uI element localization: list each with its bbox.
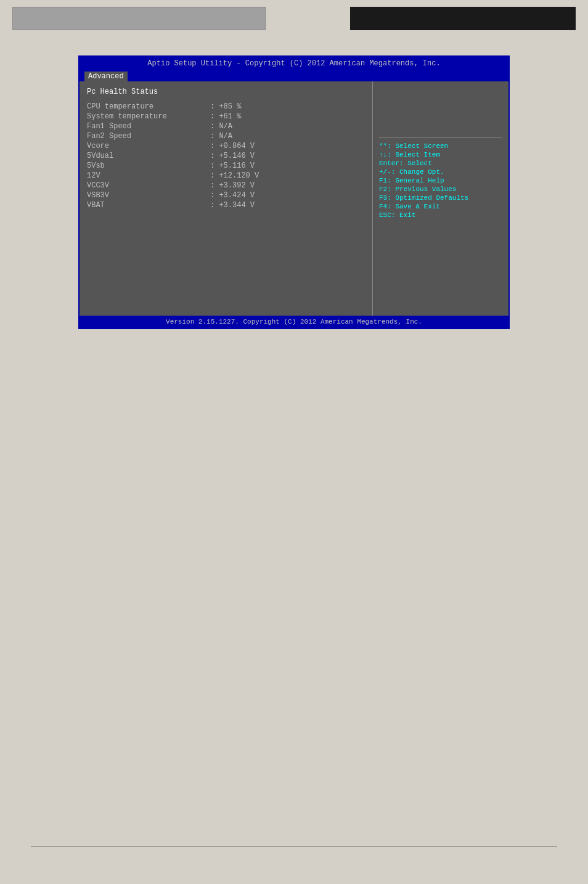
label-vbat: VBAT xyxy=(87,201,210,210)
header-right-bar xyxy=(350,7,576,30)
row-5vdual: 5Vdual : +5.146 V xyxy=(87,152,365,160)
row-sys-temp: System temperature : +61 % xyxy=(87,112,365,121)
value-fan1: : N/A xyxy=(210,122,232,131)
section-title: Pc Health Status xyxy=(87,88,365,96)
label-vcore: Vcore xyxy=(87,142,210,150)
label-vsb3v: VSB3V xyxy=(87,191,210,200)
top-header xyxy=(0,0,588,37)
help-f2: F2: Previous Values xyxy=(379,186,502,193)
row-12v: 12V : +12.120 V xyxy=(87,171,365,180)
bios-window: Aptio Setup Utility - Copyright (C) 2012… xyxy=(78,55,510,329)
value-vcore: : +0.864 V xyxy=(210,142,255,150)
row-fan2: Fan2 Speed : N/A xyxy=(87,132,365,141)
label-12v: 12V xyxy=(87,171,210,180)
value-vcc3v: : +3.392 V xyxy=(210,181,255,190)
help-select-item: ↑↓: Select Item xyxy=(379,151,502,158)
row-vcore: Vcore : +0.864 V xyxy=(87,142,365,150)
row-5vsb: 5Vsb : +5.116 V xyxy=(87,162,365,170)
help-esc: ESC: Exit xyxy=(379,211,502,219)
label-5vdual: 5Vdual xyxy=(87,152,210,160)
label-fan1: Fan1 Speed xyxy=(87,122,210,131)
row-cpu-temp: CPU temperature : +85 % xyxy=(87,102,365,111)
page-bottom-line xyxy=(31,846,557,847)
label-sys-temp: System temperature xyxy=(87,112,210,121)
label-vcc3v: VCC3V xyxy=(87,181,210,190)
row-vsb3v: VSB3V : +3.424 V xyxy=(87,191,365,200)
help-f3: F3: Optimized Defaults xyxy=(379,194,502,202)
value-cpu-temp: : +85 % xyxy=(210,102,241,111)
bios-left-panel: Pc Health Status CPU temperature : +85 %… xyxy=(80,81,373,316)
value-5vsb: : +5.116 V xyxy=(210,162,255,170)
label-cpu-temp: CPU temperature xyxy=(87,102,210,111)
label-5vsb: 5Vsb xyxy=(87,162,210,170)
value-5vdual: : +5.146 V xyxy=(210,152,255,160)
bios-title-text: Aptio Setup Utility - Copyright (C) 2012… xyxy=(147,59,440,68)
value-sys-temp: : +61 % xyxy=(210,112,241,121)
bios-title-bar: Aptio Setup Utility - Copyright (C) 2012… xyxy=(80,57,508,70)
page-wrapper: Aptio Setup Utility - Copyright (C) 2012… xyxy=(0,0,588,884)
help-select-screen: **: Select Screen xyxy=(379,142,502,150)
help-enter-select: Enter: Select xyxy=(379,160,502,167)
header-left-bar xyxy=(12,7,266,30)
help-change-opt: +/-: Change Opt. xyxy=(379,168,502,176)
value-vsb3v: : +3.424 V xyxy=(210,191,255,200)
label-fan2: Fan2 Speed xyxy=(87,132,210,141)
value-fan2: : N/A xyxy=(210,132,232,141)
tab-advanced[interactable]: Advanced xyxy=(84,72,128,81)
bios-tabs: Advanced xyxy=(80,70,508,81)
bios-main-content: Pc Health Status CPU temperature : +85 %… xyxy=(80,81,508,316)
value-12v: : +12.120 V xyxy=(210,171,259,180)
row-vcc3v: VCC3V : +3.392 V xyxy=(87,181,365,190)
value-vbat: : +3.344 V xyxy=(210,201,255,210)
row-vbat: VBAT : +3.344 V xyxy=(87,201,365,210)
footer-text: Version 2.15.1227. Copyright (C) 2012 Am… xyxy=(166,318,422,325)
bios-footer: Version 2.15.1227. Copyright (C) 2012 Am… xyxy=(80,316,508,328)
bios-right-panel: **: Select Screen ↑↓: Select Item Enter:… xyxy=(373,81,508,316)
row-fan1: Fan1 Speed : N/A xyxy=(87,122,365,131)
help-divider xyxy=(379,137,502,137)
help-f4: F4: Save & Exit xyxy=(379,203,502,210)
help-f1: F1: General Help xyxy=(379,177,502,184)
